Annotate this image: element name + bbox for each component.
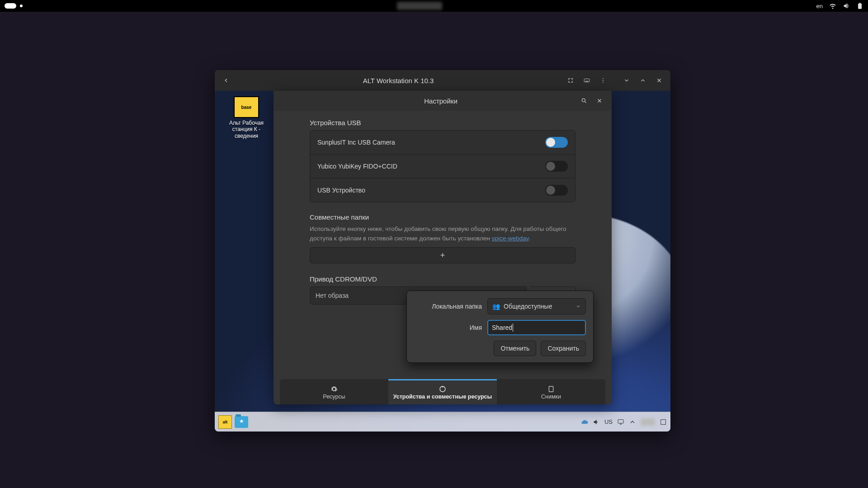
usb-device-label: Yubico YubiKey FIDO+CCID	[317, 163, 397, 170]
cdrom-image-value: Нет образа	[316, 292, 349, 299]
settings-dialog: Настройки Устройства USB SunplusIT Inc U…	[274, 91, 612, 404]
workspace-dot	[20, 5, 23, 7]
settings-header: Настройки	[274, 91, 612, 111]
cancel-button[interactable]: Отменить	[494, 341, 536, 356]
local-folder-select[interactable]: 👥 Общедоступные	[487, 298, 586, 314]
snapshots-icon	[547, 385, 555, 393]
svg-point-2	[603, 78, 604, 79]
guest-taskbar: alt US	[215, 412, 670, 432]
folders-description: Используйте кнопку ниже, чтобы добавить …	[310, 225, 576, 244]
usb-toggle[interactable]	[545, 161, 568, 172]
close-icon[interactable]	[593, 94, 606, 108]
keyboard-icon[interactable]	[580, 74, 594, 87]
activities-indicator[interactable]	[5, 3, 16, 9]
host-topbar: en	[0, 0, 868, 12]
usb-device-row: USB Устройство	[310, 178, 575, 202]
search-icon[interactable]	[577, 94, 591, 108]
wifi-icon[interactable]	[829, 2, 836, 9]
tab-label: Снимки	[541, 394, 561, 400]
svg-point-8	[582, 99, 585, 102]
file-manager-icon[interactable]	[235, 416, 248, 428]
tab-label: Ресурсы	[323, 394, 345, 400]
spice-webdav-link[interactable]: spice-webdav	[492, 235, 529, 242]
settings-body: Устройства USB SunplusIT Inc USB Camera …	[274, 111, 612, 305]
tab-devices[interactable]: Устройства и совместные ресурсы	[388, 379, 497, 404]
usb-device-label: SunplusIT Inc USB Camera	[317, 139, 395, 146]
svg-rect-7	[661, 419, 666, 424]
back-button[interactable]	[219, 74, 233, 87]
usb-device-list: SunplusIT Inc USB Camera Yubico YubiKey …	[310, 130, 576, 202]
svg-rect-11	[549, 386, 553, 392]
clock-blurred	[397, 2, 442, 10]
cloud-icon[interactable]	[581, 418, 588, 426]
vm-window: ALT Workstation K 10.3	[215, 70, 670, 432]
usb-device-label: USB Устройство	[317, 187, 365, 194]
svg-point-4	[603, 82, 604, 83]
usb-toggle[interactable]	[545, 137, 568, 148]
show-desktop-icon[interactable]	[660, 418, 667, 426]
keyboard-layout-indicator[interactable]: en	[816, 3, 823, 9]
svg-rect-1	[585, 81, 589, 81]
desktop-shortcut-alt-info[interactable]: base Альт Рабочая станция К - сведения	[224, 96, 269, 139]
local-folder-label: Локальная папка	[414, 303, 482, 310]
settings-title: Настройки	[304, 97, 577, 105]
name-label: Имя	[414, 324, 482, 331]
tab-resources[interactable]: Ресурсы	[280, 379, 388, 404]
clock-blurred	[641, 418, 655, 426]
app-launcher-icon[interactable]: alt	[218, 415, 232, 429]
add-folder-popover: Локальная папка 👥 Общедоступные Имя Shar…	[406, 291, 594, 363]
tab-label: Устройства и совместные ресурсы	[393, 394, 492, 400]
keyboard-layout-label[interactable]: US	[604, 418, 613, 425]
battery-icon[interactable]	[856, 2, 863, 9]
svg-rect-5	[618, 419, 623, 423]
tab-snapshots[interactable]: Снимки	[497, 379, 605, 404]
vm-titlebar: ALT Workstation K 10.3	[215, 70, 670, 91]
people-icon: 👥	[492, 303, 500, 310]
usb-device-row: SunplusIT Inc USB Camera	[310, 131, 575, 154]
kebab-menu-icon[interactable]	[596, 74, 610, 87]
gear-icon	[330, 385, 338, 393]
devices-icon	[439, 385, 446, 393]
display-icon[interactable]	[617, 418, 624, 426]
desktop-shortcut-label: Альт Рабочая станция К - сведения	[224, 120, 269, 139]
folders-section-title: Совместные папки	[310, 213, 576, 221]
close-button[interactable]	[652, 74, 666, 87]
add-folder-button[interactable]: +	[310, 247, 576, 263]
svg-rect-6	[620, 424, 622, 424]
volume-icon[interactable]	[843, 2, 850, 9]
chevron-down-icon	[576, 304, 581, 309]
svg-rect-10	[442, 386, 443, 388]
cdrom-section-title: Привод CDROM/DVD	[310, 275, 576, 283]
svg-rect-0	[584, 79, 590, 82]
name-input[interactable]: Shared	[487, 320, 586, 335]
system-tray: US	[581, 418, 667, 426]
minimize-button[interactable]	[620, 74, 633, 87]
fullscreen-icon[interactable]	[564, 74, 577, 87]
settings-tabs: Ресурсы Устройства и совместные ресурсы …	[280, 379, 605, 404]
basealt-logo-icon: base	[234, 96, 259, 118]
usb-device-row: Yubico YubiKey FIDO+CCID	[310, 154, 575, 178]
usb-toggle[interactable]	[545, 185, 568, 196]
svg-point-3	[603, 80, 604, 81]
usb-section-title: Устройства USB	[310, 119, 576, 127]
local-folder-value: Общедоступные	[504, 303, 552, 310]
volume-icon[interactable]	[593, 418, 600, 426]
save-button[interactable]: Сохранить	[541, 341, 586, 356]
maximize-button[interactable]	[636, 74, 650, 87]
chevron-up-icon[interactable]	[629, 418, 636, 426]
vm-title: ALT Workstation K 10.3	[363, 77, 434, 84]
